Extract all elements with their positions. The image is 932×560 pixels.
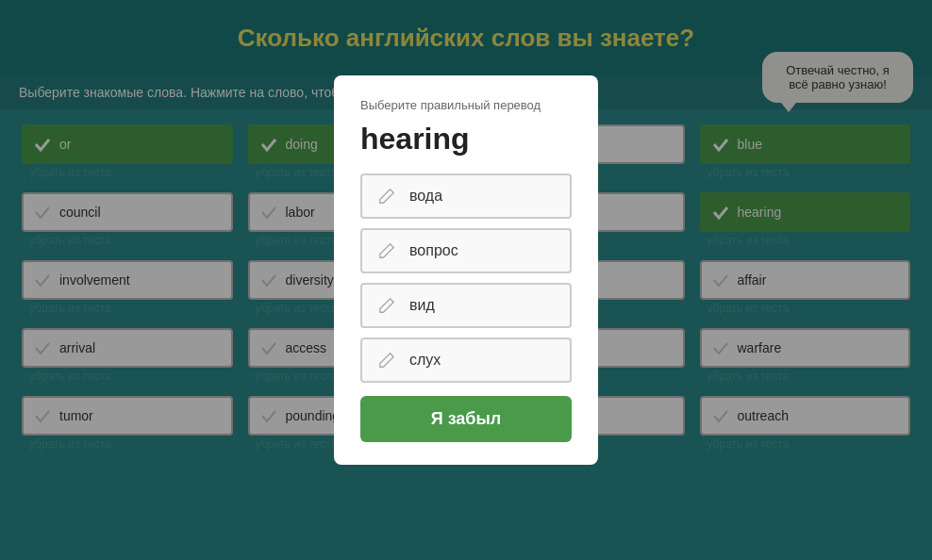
modal-overlay: Выберите правильный перевод hearing вода… bbox=[0, 0, 932, 560]
forgot-button[interactable]: Я забыл bbox=[360, 396, 572, 442]
pencil-icon-0 bbox=[375, 185, 398, 207]
answer-option-2[interactable]: вид bbox=[360, 283, 572, 328]
option-text-2: вид bbox=[409, 297, 435, 314]
pencil-icon-1 bbox=[375, 239, 398, 262]
pencil-icon-3 bbox=[375, 349, 398, 371]
answer-option-1[interactable]: вопрос bbox=[360, 228, 572, 273]
modal-word: hearing bbox=[360, 122, 572, 156]
option-text-1: вопрос bbox=[409, 242, 458, 259]
page-background: Сколько английских слов вы знаете? Отвеч… bbox=[0, 0, 932, 560]
translation-modal: Выберите правильный перевод hearing вода… bbox=[334, 75, 598, 465]
option-text-0: вода bbox=[409, 188, 442, 205]
answer-option-3[interactable]: слух bbox=[360, 338, 572, 383]
modal-subtitle: Выберите правильный перевод bbox=[360, 98, 572, 112]
pencil-icon-2 bbox=[375, 294, 398, 317]
option-text-3: слух bbox=[409, 352, 441, 369]
answer-option-0[interactable]: вода bbox=[360, 173, 572, 219]
